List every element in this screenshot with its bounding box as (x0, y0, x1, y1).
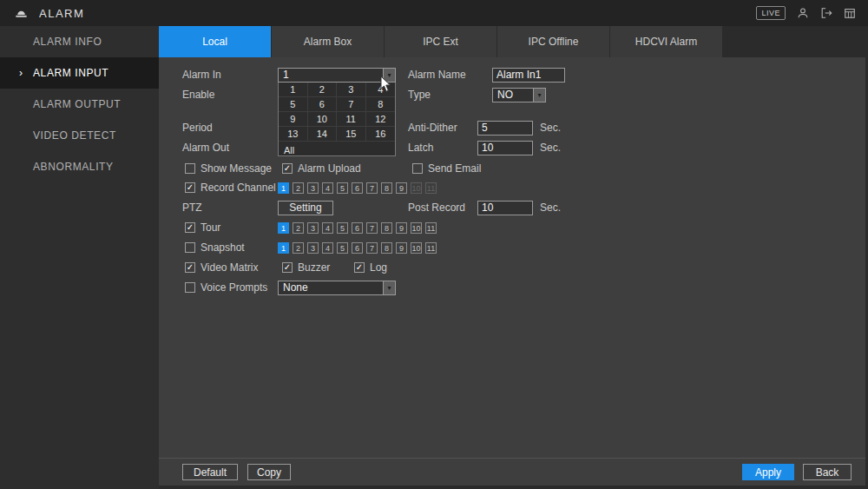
show-message-checkbox[interactable]: ✓ (185, 163, 195, 174)
back-button[interactable]: Back (803, 464, 852, 480)
dropdown-option[interactable]: 11 (337, 112, 366, 127)
dropdown-option[interactable]: 6 (308, 97, 338, 112)
dropdown-option[interactable]: 4 (366, 83, 396, 97)
channel-button[interactable]: 1 (278, 182, 289, 194)
alarm-upload-checkbox[interactable]: ✓ (282, 163, 293, 174)
channel-button[interactable]: 10 (411, 222, 422, 234)
record-channel-checkbox[interactable]: ✓ (185, 182, 195, 193)
alarm-in-select[interactable]: 1 ▾ (278, 68, 396, 83)
dropdown-option[interactable]: 3 (337, 83, 366, 97)
channel-button[interactable]: 8 (381, 182, 392, 194)
channel-button[interactable]: 6 (352, 242, 363, 254)
snapshot-checkbox[interactable]: ✓ (185, 242, 195, 253)
dropdown-option[interactable]: 1 (279, 83, 308, 97)
channel-button[interactable]: 1 (278, 242, 289, 254)
sidebar-item[interactable]: ALARM OUTPUT (0, 89, 159, 120)
check-icon: ✓ (284, 263, 291, 272)
channel-button[interactable]: 3 (307, 242, 319, 254)
default-button[interactable]: Default (182, 464, 238, 480)
dropdown-option[interactable]: 5 (279, 97, 308, 112)
channel-button[interactable]: 6 (352, 222, 363, 234)
live-button[interactable]: LIVE (756, 6, 786, 20)
sidebar-item[interactable]: VIDEO DETECT (0, 120, 159, 151)
dropdown-option[interactable]: 15 (337, 127, 366, 142)
ptz-setting-button[interactable]: Setting (278, 201, 333, 215)
channel-button[interactable]: 10 (411, 242, 422, 254)
send-email-label: Send Email (428, 162, 481, 176)
channel-button[interactable]: 9 (396, 182, 407, 194)
type-select[interactable]: NO ▾ (492, 88, 546, 102)
dropdown-option[interactable]: 9 (279, 112, 308, 127)
channel-button[interactable]: 7 (366, 222, 378, 234)
dropdown-option-all[interactable]: All (279, 143, 294, 157)
channel-button[interactable]: 2 (293, 242, 304, 254)
anti-dither-input[interactable]: 5 (477, 121, 533, 135)
dropdown-option[interactable]: 16 (366, 127, 396, 142)
calendar-icon[interactable] (844, 7, 856, 19)
tab[interactable]: HDCVI Alarm (610, 26, 723, 57)
tab[interactable]: Local (159, 26, 272, 57)
dropdown-option[interactable]: 8 (366, 97, 396, 112)
dropdown-option[interactable]: 10 (308, 112, 338, 127)
channel-button[interactable]: 8 (381, 242, 392, 254)
user-icon[interactable] (797, 7, 809, 19)
channel-button[interactable]: 4 (322, 182, 333, 194)
period-label: Period (182, 121, 213, 135)
logout-icon[interactable] (820, 7, 832, 19)
channel-button[interactable]: 4 (322, 222, 333, 234)
voice-prompts-checkbox[interactable]: ✓ (185, 282, 195, 293)
log-checkbox[interactable]: ✓ (354, 262, 365, 273)
voice-prompts-value: None (279, 281, 383, 294)
latch-input[interactable]: 10 (477, 141, 533, 155)
chevron-down-icon[interactable]: ▾ (383, 281, 395, 294)
apply-button[interactable]: Apply (742, 464, 794, 480)
voice-prompts-select[interactable]: None ▾ (278, 281, 396, 295)
post-record-input[interactable]: 10 (477, 201, 533, 215)
channel-button[interactable]: 8 (381, 222, 392, 234)
channel-button[interactable]: 1 (278, 222, 289, 234)
channel-button[interactable]: 6 (352, 182, 363, 194)
alarm-in-dropdown: 12345678910111213141516 All (278, 83, 396, 156)
buzzer-checkbox[interactable]: ✓ (282, 262, 293, 273)
chevron-down-icon[interactable]: ▾ (533, 89, 545, 102)
send-email-checkbox[interactable]: ✓ (412, 163, 423, 174)
dropdown-option[interactable]: 7 (337, 97, 366, 112)
channel-button[interactable]: 7 (366, 182, 378, 194)
tab[interactable]: IPC Offline (497, 26, 610, 57)
chevron-down-icon[interactable]: ▾ (383, 69, 395, 82)
channel-button[interactable]: 7 (366, 242, 378, 254)
channel-button[interactable]: 2 (293, 222, 304, 234)
tour-checkbox[interactable]: ✓ (185, 222, 195, 233)
channel-button[interactable]: 3 (307, 182, 319, 194)
enable-label: Enable (182, 88, 214, 102)
channel-button[interactable]: 11 (425, 242, 437, 254)
sidebar-item[interactable]: ALARM INPUT (0, 57, 159, 89)
dropdown-option[interactable]: 13 (279, 127, 308, 142)
alarm-name-input[interactable]: Alarm In1 (492, 68, 565, 83)
sidebar-item[interactable]: ALARM INFO (0, 26, 159, 57)
channel-button[interactable]: 5 (337, 182, 348, 194)
tab[interactable]: IPC Ext (385, 26, 497, 57)
channel-button[interactable]: 4 (322, 242, 333, 254)
channel-button[interactable]: 5 (337, 242, 348, 254)
dropdown-option[interactable]: 12 (366, 112, 396, 127)
channel-button[interactable]: 2 (293, 182, 304, 194)
copy-button[interactable]: Copy (247, 464, 291, 480)
channel-button[interactable]: 5 (337, 222, 348, 234)
channel-button[interactable]: 9 (396, 242, 407, 254)
video-matrix-checkbox[interactable]: ✓ (185, 262, 195, 273)
latch-unit: Sec. (540, 141, 561, 155)
channel-button[interactable]: 3 (307, 222, 319, 234)
channel-button[interactable]: 11 (425, 182, 437, 194)
dropdown-option[interactable]: 14 (308, 127, 338, 142)
channel-button[interactable]: 9 (396, 222, 407, 234)
sidebar-item[interactable]: ABNORMALITY (0, 151, 159, 182)
alarm-out-label: Alarm Out (182, 141, 229, 155)
dropdown-option[interactable]: 2 (308, 83, 338, 97)
alarm-upload-label: Alarm Upload (298, 162, 361, 176)
dropdown-all-row: All (279, 142, 395, 155)
tab[interactable]: Alarm Box (272, 26, 385, 57)
channel-button[interactable]: 10 (411, 182, 422, 194)
channel-button[interactable]: 11 (425, 222, 437, 234)
check-icon: ✓ (284, 164, 291, 173)
